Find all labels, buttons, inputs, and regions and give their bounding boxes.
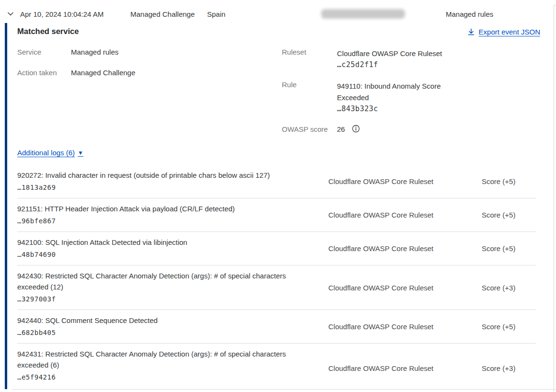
event-action: Managed Challenge — [130, 10, 195, 18]
rule-label: Rule — [282, 81, 297, 89]
event-detail-panel: Matched service Export event JSON Servic… — [0, 23, 554, 389]
caret-down-icon: ▼ — [78, 150, 83, 156]
log-row: 920272: Invalid character in request (ou… — [17, 165, 536, 198]
ruleset-value: Cloudflare OWASP Core Ruleset — [337, 48, 452, 59]
log-ruleset: Cloudflare OWASP Core Ruleset — [328, 198, 482, 231]
rule-value: 949110: Inbound Anomaly Score Exceeded — [337, 81, 452, 104]
log-row: 921151: HTTP Header Injection Attack via… — [17, 198, 536, 232]
log-score: Score (+3) — [482, 265, 536, 310]
log-rule-description: 920272: Invalid character in request (ou… — [17, 170, 303, 181]
event-service: Managed rules — [446, 10, 493, 18]
security-event-detail: Apr 10, 2024 10:04:24 AM Managed Challen… — [0, 0, 556, 392]
event-timestamp: Apr 10, 2024 10:04:24 AM — [20, 10, 104, 18]
additional-logs-label: Additional logs (6) — [17, 149, 75, 157]
ruleset-label: Ruleset — [282, 48, 306, 56]
owasp-score-value: 26 — [337, 125, 345, 133]
log-rule-description: 942431: Restricted SQL Character Anomaly… — [17, 348, 303, 370]
log-rule-id: …1813a269 — [17, 182, 328, 193]
action-taken-label: Action taken — [17, 69, 57, 77]
rule-id: …843b323c — [337, 104, 378, 113]
ruleset-id: …c25d2f1f — [337, 60, 378, 69]
service-label: Service — [17, 48, 41, 56]
additional-logs-toggle[interactable]: Additional logs (6) ▼ — [17, 149, 83, 157]
log-score: Score (+5) — [482, 165, 536, 198]
log-ruleset: Cloudflare OWASP Core Ruleset — [328, 310, 482, 343]
log-rule-description: 942430: Restricted SQL Character Anomaly… — [17, 270, 303, 292]
log-score: Score (+5) — [482, 232, 536, 265]
redacted-value — [321, 9, 405, 19]
log-score: Score (+3) — [482, 344, 536, 392]
table-right-border — [554, 5, 554, 392]
action-taken-value: Managed Challenge — [71, 69, 135, 77]
log-rule-id: …96bfe867 — [17, 216, 328, 226]
info-icon[interactable] — [352, 125, 360, 133]
log-rule-id: …e5f94216 — [17, 372, 328, 382]
export-event-json-button[interactable]: Export event JSON — [467, 28, 540, 36]
matched-service-fields: Service Managed rules Action taken Manag… — [17, 42, 539, 150]
panel-title: Matched service — [17, 27, 79, 36]
log-rule-id: …3297003f — [17, 294, 328, 304]
log-row: 942431: Restricted SQL Character Anomaly… — [17, 344, 536, 392]
log-rule-description: 921151: HTTP Header Injection Attack via… — [17, 203, 303, 214]
log-rule-id: …682bb405 — [17, 327, 328, 338]
log-score: Score (+5) — [482, 310, 536, 343]
export-event-json-label: Export event JSON — [479, 28, 540, 36]
log-ruleset: Cloudflare OWASP Core Ruleset — [328, 232, 482, 265]
download-icon — [467, 28, 475, 36]
event-summary-row[interactable]: Apr 10, 2024 10:04:24 AM Managed Challen… — [0, 5, 554, 23]
log-rule-id: …48b74690 — [17, 249, 328, 260]
expanded-row-accent-bar — [5, 23, 7, 389]
log-row: 942100: SQL Injection Attack Detected vi… — [17, 232, 536, 265]
log-ruleset: Cloudflare OWASP Core Ruleset — [328, 265, 482, 310]
log-ruleset: Cloudflare OWASP Core Ruleset — [328, 165, 482, 198]
log-row: 942430: Restricted SQL Character Anomaly… — [17, 265, 536, 310]
event-country: Spain — [207, 10, 225, 18]
service-value: Managed rules — [71, 48, 118, 56]
log-score: Score (+5) — [482, 198, 536, 231]
log-ruleset: Cloudflare OWASP Core Ruleset — [328, 344, 482, 392]
additional-logs-table: 920272: Invalid character in request (ou… — [17, 165, 536, 392]
owasp-score-label: OWASP score — [282, 125, 328, 133]
log-rule-description: 942100: SQL Injection Attack Detected vi… — [17, 237, 303, 248]
log-rule-description: 942440: SQL Comment Sequence Detected — [17, 315, 303, 326]
log-row: 942440: SQL Comment Sequence Detected …6… — [17, 310, 536, 344]
chevron-down-icon[interactable] — [6, 10, 15, 18]
